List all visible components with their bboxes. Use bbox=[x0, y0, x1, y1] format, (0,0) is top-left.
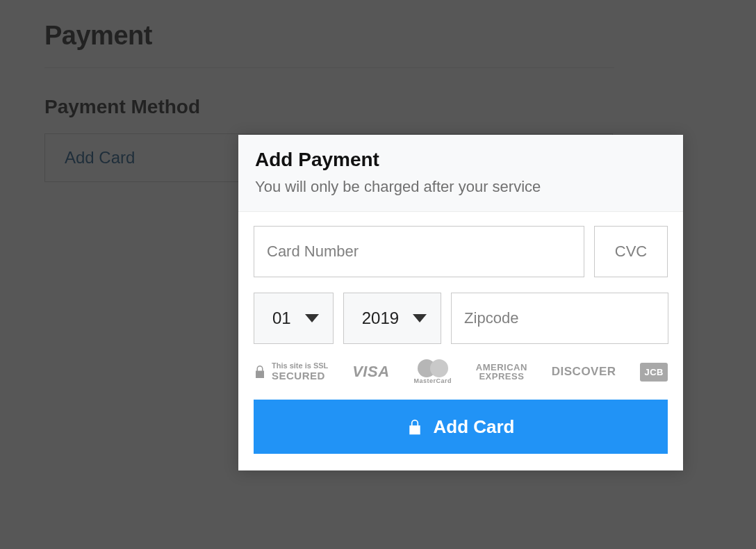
row-card-cvc bbox=[254, 226, 668, 277]
modal-body: 01 2019 This site is SSL SECURED VISA bbox=[238, 212, 683, 470]
caret-down-icon bbox=[413, 314, 427, 322]
mastercard-circles-icon bbox=[418, 359, 448, 377]
ssl-text: This site is SSL SECURED bbox=[272, 362, 328, 381]
amex-icon: AMERICAN EXPRESS bbox=[476, 363, 527, 381]
row-expiry-zip: 01 2019 bbox=[254, 293, 668, 344]
lock-icon bbox=[407, 418, 422, 435]
discover-icon: DISCOVER bbox=[552, 365, 616, 379]
cvc-field[interactable] bbox=[594, 226, 668, 277]
expiry-month-value: 01 bbox=[272, 309, 291, 328]
submit-label: Add Card bbox=[434, 416, 515, 438]
modal-subtitle: You will only be charged after your serv… bbox=[255, 178, 666, 196]
security-and-brands: This site is SSL SECURED VISA MasterCard… bbox=[254, 359, 668, 384]
expiry-month-select[interactable]: 01 bbox=[254, 293, 334, 344]
amex-line2: EXPRESS bbox=[476, 372, 527, 381]
ssl-line2: SECURED bbox=[272, 370, 328, 382]
add-card-submit-button[interactable]: Add Card bbox=[254, 400, 668, 454]
modal-title: Add Payment bbox=[255, 149, 666, 171]
ssl-badge: This site is SSL SECURED bbox=[254, 362, 328, 381]
mastercard-icon: MasterCard bbox=[413, 359, 452, 384]
lock-icon bbox=[254, 364, 266, 379]
card-number-field[interactable] bbox=[254, 226, 584, 277]
expiry-year-select[interactable]: 2019 bbox=[343, 293, 441, 344]
caret-down-icon bbox=[305, 314, 319, 322]
expiry-year-value: 2019 bbox=[362, 309, 399, 328]
visa-icon: VISA bbox=[352, 363, 389, 381]
zipcode-field[interactable] bbox=[451, 293, 668, 344]
jcb-icon: JCB bbox=[640, 363, 668, 382]
modal-header: Add Payment You will only be charged aft… bbox=[238, 135, 683, 212]
add-payment-modal: Add Payment You will only be charged aft… bbox=[238, 135, 683, 470]
mastercard-label: MasterCard bbox=[413, 377, 452, 384]
